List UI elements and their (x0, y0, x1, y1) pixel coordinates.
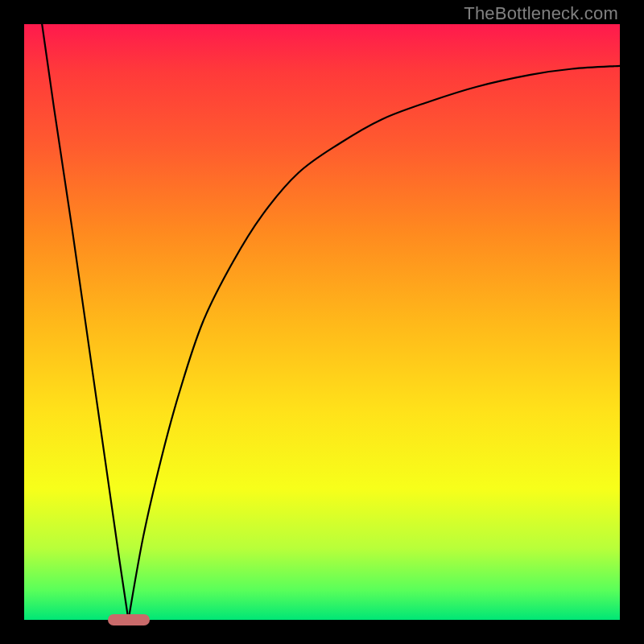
plot-area (24, 24, 620, 620)
curve-layer (24, 24, 620, 620)
vertex-marker (108, 614, 150, 625)
chart-frame: TheBottleneck.com (0, 0, 644, 644)
watermark-text: TheBottleneck.com (464, 3, 618, 24)
curve-left (42, 24, 128, 620)
curve-right (129, 66, 621, 620)
